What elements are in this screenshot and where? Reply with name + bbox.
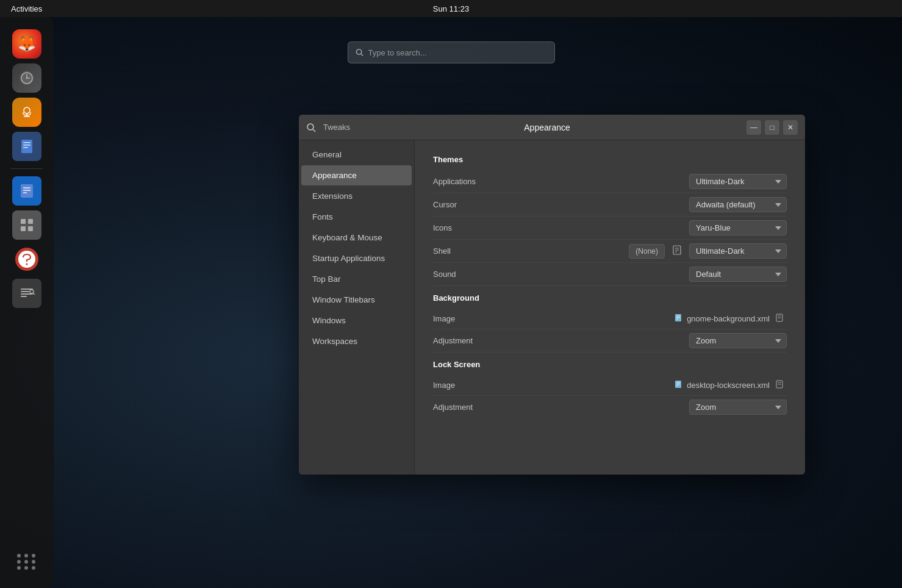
minimize-button[interactable]: — — [746, 120, 761, 135]
cursor-dropdown[interactable]: Adwaita (default) DMZ-Black — [689, 197, 787, 212]
svg-line-30 — [360, 54, 362, 56]
sound-icon — [19, 104, 35, 120]
sidebar-item-startup[interactable]: Startup Applications — [301, 248, 412, 268]
ls-adjustment-dropdown[interactable]: Zoom Centered Scaled Stretched — [689, 400, 787, 415]
sidebar-item-fonts[interactable]: Fonts — [301, 207, 412, 227]
search-input[interactable] — [368, 48, 547, 57]
svg-rect-19 — [28, 226, 33, 231]
dock-item-help[interactable] — [12, 245, 41, 274]
sound-control: Default Freedesktop Ubuntu — [689, 267, 787, 282]
dock-item-clock[interactable] — [12, 63, 41, 93]
svg-line-28 — [34, 293, 35, 295]
shell-file-icon[interactable] — [670, 244, 684, 258]
background-section-title: Background — [433, 293, 787, 303]
ls-image-value: desktop-lockscreen.xml — [687, 381, 770, 390]
ls-image-file-btn[interactable] — [773, 379, 787, 392]
sidebar-item-appearance[interactable]: Appearance — [301, 165, 412, 185]
bg-adjustment-label: Adjustment — [433, 336, 473, 345]
dock-item-firefox[interactable]: 🦊 — [12, 29, 41, 59]
shell-label: Shell — [433, 246, 451, 256]
dock-item-writer[interactable] — [12, 132, 41, 161]
shell-dropdown[interactable]: Ultimate-Dark Adwaita — [689, 243, 787, 259]
titlebar-search-icon — [306, 123, 316, 132]
clock-icon — [18, 70, 35, 87]
sound-dropdown[interactable]: Default Freedesktop Ubuntu — [689, 267, 787, 282]
cursor-label: Cursor — [433, 200, 457, 209]
window-title: Appearance — [355, 123, 739, 132]
system-clock: Sun 11:23 — [433, 4, 469, 13]
svg-point-31 — [307, 124, 313, 130]
sidebar-item-workspaces[interactable]: Workspaces — [301, 331, 412, 351]
icons-dropdown[interactable]: Yaru-Blue Adwaita Yaru — [689, 220, 787, 235]
sidebar-item-window-titlebars[interactable]: Window Titlebars — [301, 290, 412, 310]
close-button[interactable]: ✕ — [783, 120, 798, 135]
shell-none-badge: (None) — [629, 244, 665, 259]
shell-row: Shell (None) Ultimate-Dark — [433, 240, 787, 263]
svg-point-4 — [26, 77, 28, 79]
main-content: Themes Applications Ultimate-Dark Adwait… — [415, 140, 805, 475]
svg-rect-44 — [675, 381, 681, 388]
dock-item-notes[interactable] — [12, 176, 41, 206]
notes-icon — [18, 182, 35, 199]
svg-point-29 — [356, 49, 361, 54]
bg-image-value: gnome-background.xml — [687, 314, 770, 323]
svg-rect-8 — [21, 140, 32, 153]
dock-item-store[interactable] — [12, 210, 41, 240]
bg-adjustment-control: Zoom Centered Scaled Stretched — [689, 333, 787, 348]
window-controls: — □ ✕ — [746, 120, 798, 135]
themes-section-title: Themes — [433, 155, 787, 164]
sidebar-item-top-bar[interactable]: Top Bar — [301, 269, 412, 289]
sidebar-item-extensions[interactable]: Extensions — [301, 186, 412, 206]
ls-adjustment-label: Adjustment — [433, 403, 473, 412]
doc-icon — [675, 314, 683, 322]
icons-row: Icons Yaru-Blue Adwaita Yaru — [433, 217, 787, 240]
svg-rect-12 — [21, 184, 33, 198]
search-icon — [356, 48, 363, 57]
svg-rect-37 — [675, 314, 681, 321]
dock-separator — [11, 168, 43, 169]
window-app-name: Tweaks — [323, 123, 350, 132]
sidebar-item-windows[interactable]: Windows — [301, 310, 412, 331]
svg-rect-11 — [23, 147, 28, 148]
sidebar-item-keyboard-mouse[interactable]: Keyboard & Mouse — [301, 228, 412, 248]
ls-file-icon — [776, 380, 784, 389]
ls-doc-icon — [675, 380, 683, 389]
dock-item-tools[interactable] — [12, 279, 41, 308]
ls-file-doc-icon — [675, 380, 683, 390]
ls-image-row: Image desktop-lockscreen.xml — [433, 375, 787, 396]
applications-control: Ultimate-Dark Adwaita Adwaita-dark — [689, 174, 787, 189]
bg-file-icon — [776, 314, 784, 322]
bg-adjustment-dropdown[interactable]: Zoom Centered Scaled Stretched — [689, 333, 787, 348]
icons-control: Yaru-Blue Adwaita Yaru — [689, 220, 787, 235]
dock-dots — [17, 554, 37, 576]
svg-rect-26 — [21, 296, 27, 297]
ls-image-control: desktop-lockscreen.xml — [675, 379, 787, 392]
bg-image-row: Image gnome-background.xml — [433, 309, 787, 329]
svg-rect-10 — [23, 145, 30, 146]
svg-rect-17 — [28, 219, 33, 224]
activities-button[interactable]: Activities — [7, 3, 46, 15]
applications-label: Applications — [433, 177, 476, 186]
titlebar-search-btn[interactable] — [306, 123, 316, 132]
cursor-row: Cursor Adwaita (default) DMZ-Black — [433, 193, 787, 217]
window-content: General Appearance Extensions Fonts Keyb… — [299, 140, 805, 475]
help-icon — [14, 246, 40, 272]
svg-rect-9 — [23, 142, 30, 143]
bg-image-file-btn[interactable] — [773, 312, 787, 325]
bg-image-control: gnome-background.xml — [675, 312, 787, 325]
applications-dropdown[interactable]: Ultimate-Dark Adwaita Adwaita-dark — [689, 174, 787, 189]
bg-image-label: Image — [433, 314, 455, 323]
maximize-button[interactable]: □ — [765, 120, 779, 135]
writer-icon — [18, 138, 35, 155]
dock-item-sound[interactable] — [12, 98, 41, 127]
svg-rect-18 — [21, 226, 26, 231]
icons-label: Icons — [433, 223, 452, 232]
sidebar: General Appearance Extensions Fonts Keyb… — [299, 140, 415, 475]
svg-rect-24 — [21, 291, 29, 292]
sidebar-item-general[interactable]: General — [301, 145, 412, 165]
sound-row: Sound Default Freedesktop Ubuntu — [433, 263, 787, 286]
tools-icon — [18, 285, 35, 302]
window-titlebar: Tweaks Appearance — □ ✕ — [299, 115, 805, 140]
sound-label: Sound — [433, 270, 456, 279]
search-bar[interactable] — [348, 41, 555, 63]
